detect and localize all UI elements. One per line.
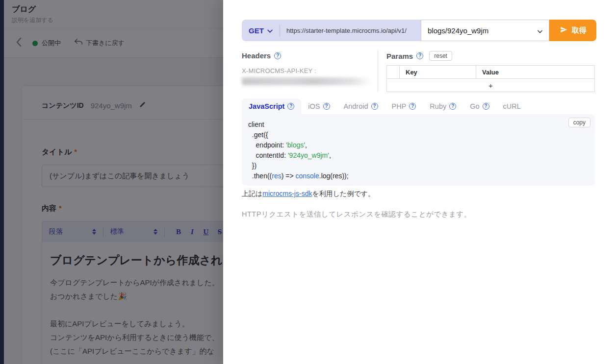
api-preview-panel: GET https://starter-template.microcms.io… [223, 0, 615, 364]
help-icon[interactable]: ? [371, 103, 378, 110]
params-title-row: Params ? reset [386, 51, 595, 61]
code-text: }) [248, 162, 256, 170]
code-text: ) => [282, 172, 296, 180]
code-string: '924yo_w9jm' [288, 151, 329, 159]
sdk-link[interactable]: microcms-js-sdk [262, 190, 312, 197]
api-key-label: X-MICROCMS-API-KEY : [242, 67, 372, 74]
tab-label: iOS [308, 102, 320, 110]
code-text: .get({ [248, 131, 268, 139]
sdk-tabs: JavaScript ? iOS ? Android ? PHP ? Ruby … [242, 98, 528, 114]
tab-go[interactable]: Go ? [463, 98, 496, 114]
headers-title: Headers [242, 51, 271, 60]
help-icon[interactable]: ? [323, 103, 330, 110]
chevron-down-icon [267, 26, 273, 35]
copy-button[interactable]: copy [568, 118, 590, 127]
request-bar: GET https://starter-template.microcms.io… [242, 20, 596, 41]
code-text: .then(( [248, 172, 272, 180]
code-text: client [248, 121, 264, 128]
base-url-text: https://starter-template.microcms.io/api… [280, 20, 421, 41]
help-icon[interactable]: ? [274, 52, 281, 59]
help-icon[interactable]: ? [449, 103, 456, 110]
help-icon[interactable]: ? [416, 52, 423, 59]
code-text: , [329, 151, 331, 159]
http-method-value: GET [249, 26, 264, 35]
code-text: , [305, 141, 307, 149]
tab-label: cURL [503, 102, 521, 110]
reset-params-button[interactable]: reset [429, 51, 452, 61]
http-request-note: HTTPリクエストを送信してレスポンスを確認することができます。 [242, 210, 471, 219]
tab-php[interactable]: PHP ? [385, 98, 423, 114]
api-key-masked-value [242, 77, 372, 85]
add-param-button[interactable]: + [387, 79, 594, 92]
tab-label: JavaScript [249, 102, 284, 110]
headers-section: Headers ? X-MICROCMS-API-KEY : [242, 51, 372, 85]
app-root: ブログ 説明を追加する 公開中 下書きに戻す [0, 0, 615, 364]
tab-ruby[interactable]: Ruby ? [423, 98, 463, 114]
section-divider [378, 50, 378, 92]
help-icon[interactable]: ? [483, 103, 489, 110]
help-icon[interactable]: ? [409, 103, 416, 110]
endpoint-select[interactable]: blogs/924yo_w9jm [421, 20, 549, 41]
code-snippet: client .get({ endpoint: 'blogs', content… [242, 114, 595, 187]
params-col-key: Key [400, 66, 476, 78]
tab-ios[interactable]: iOS ? [301, 98, 336, 114]
params-title: Params [386, 52, 413, 60]
method-url-group: GET https://starter-template.microcms.io… [242, 20, 421, 41]
code-text: contentId: [248, 151, 288, 159]
fetch-button-label: 取得 [572, 26, 587, 35]
code-snippet-block: copy client .get({ endpoint: 'blogs', co… [242, 114, 595, 186]
tab-label: Ruby [430, 102, 446, 110]
chevron-down-icon [538, 26, 542, 35]
params-col-empty [387, 66, 400, 78]
code-text: endpoint: [248, 141, 286, 149]
tab-curl[interactable]: cURL [496, 98, 528, 114]
http-method-select[interactable]: GET [242, 20, 280, 41]
endpoint-select-value: blogs/924yo_w9jm [428, 26, 488, 35]
params-table: Key Value + [386, 65, 595, 92]
params-table-header: Key Value [387, 66, 594, 79]
code-identifier: res [272, 172, 281, 180]
tab-label: Go [470, 102, 479, 110]
params-col-value: Value [476, 66, 594, 78]
sdk-note: 上記はmicrocms-js-sdkを利用した例です。 [242, 190, 375, 198]
sdk-note-prefix: 上記は [242, 190, 262, 197]
sdk-note-suffix: を利用した例です。 [312, 190, 375, 197]
params-section: Params ? reset Key Value + [386, 51, 595, 92]
headers-title-row: Headers ? [242, 51, 372, 60]
code-identifier: console [296, 172, 319, 180]
code-text: .log(res)); [319, 172, 349, 180]
tab-android[interactable]: Android ? [337, 98, 385, 114]
tab-label: Android [344, 102, 368, 110]
fetch-button[interactable]: 取得 [549, 20, 596, 41]
send-icon [560, 26, 568, 35]
help-icon[interactable]: ? [287, 103, 294, 110]
tab-label: PHP [392, 102, 407, 110]
code-string: 'blogs' [286, 141, 305, 149]
tab-javascript[interactable]: JavaScript ? [242, 98, 301, 114]
